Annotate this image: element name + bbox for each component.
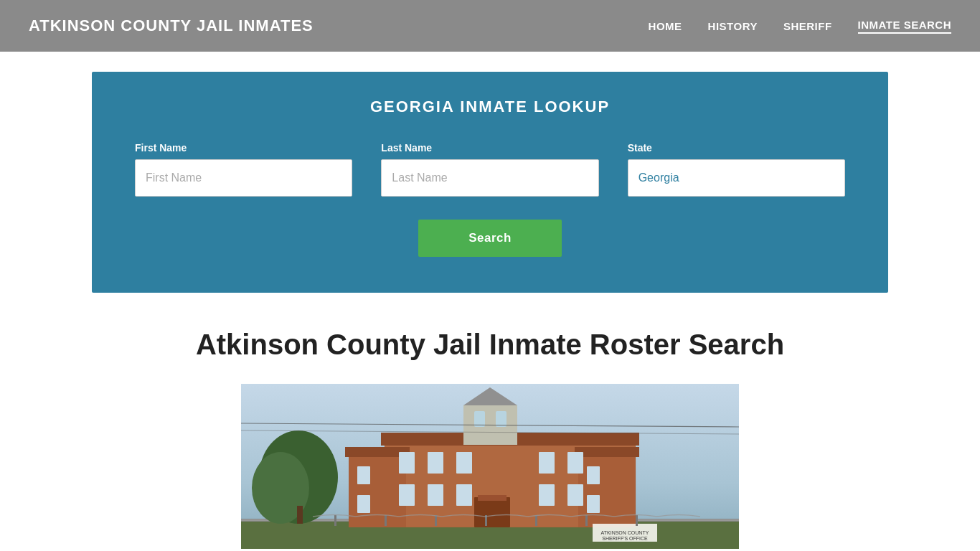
- search-form-row: First Name Last Name State: [135, 142, 845, 197]
- svg-rect-41: [435, 515, 437, 526]
- nav-history[interactable]: HISTORY: [708, 20, 758, 32]
- nav-home[interactable]: HOME: [649, 20, 682, 32]
- search-section: GEORGIA INMATE LOOKUP First Name Last Na…: [92, 72, 888, 293]
- state-label: State: [628, 142, 845, 154]
- svg-rect-19: [428, 452, 443, 474]
- svg-rect-40: [385, 515, 387, 526]
- svg-rect-13: [575, 447, 639, 457]
- main-content: Atkinson County Jail Inmate Roster Searc…: [0, 293, 980, 549]
- site-header: ATKINSON COUNTY JAIL INMATES HOME HISTOR…: [0, 0, 980, 52]
- svg-rect-6: [297, 506, 303, 524]
- nav-sheriff[interactable]: SHERIFF: [783, 20, 832, 32]
- svg-rect-45: [636, 515, 638, 526]
- last-name-group: Last Name: [381, 142, 598, 197]
- building-image: ATKINSON COUNTY SHERIFF'S OFFICE: [241, 384, 739, 549]
- site-title: ATKINSON COUNTY JAIL INMATES: [29, 17, 314, 35]
- state-group: State: [628, 142, 845, 197]
- svg-rect-44: [585, 515, 588, 526]
- svg-rect-22: [567, 452, 583, 474]
- main-heading: Atkinson County Jail Inmate Roster Searc…: [92, 329, 888, 361]
- sub-header-stripe: [0, 52, 980, 72]
- svg-rect-25: [456, 484, 472, 506]
- svg-rect-17: [496, 411, 507, 427]
- search-btn-row: Search: [135, 220, 845, 257]
- svg-rect-18: [399, 452, 415, 474]
- main-nav: HOME HISTORY SHERIFF INMATE SEARCH: [649, 19, 951, 34]
- svg-rect-21: [539, 452, 555, 474]
- svg-rect-29: [357, 495, 370, 513]
- svg-rect-43: [535, 515, 537, 526]
- svg-text:SHERIFF'S OFFICE: SHERIFF'S OFFICE: [602, 536, 648, 541]
- first-name-label: First Name: [135, 142, 352, 154]
- svg-text:ATKINSON COUNTY: ATKINSON COUNTY: [601, 530, 649, 535]
- nav-inmate-search[interactable]: INMATE SEARCH: [858, 19, 951, 34]
- svg-rect-39: [334, 515, 336, 526]
- svg-rect-26: [539, 484, 555, 506]
- svg-rect-20: [456, 452, 472, 474]
- svg-rect-30: [587, 466, 600, 484]
- search-heading: GEORGIA INMATE LOOKUP: [135, 98, 845, 116]
- svg-rect-16: [474, 411, 485, 427]
- last-name-label: Last Name: [381, 142, 598, 154]
- svg-rect-32: [474, 497, 510, 527]
- first-name-group: First Name: [135, 142, 352, 197]
- svg-rect-33: [478, 495, 507, 501]
- first-name-input[interactable]: [135, 159, 352, 197]
- last-name-input[interactable]: [381, 159, 598, 197]
- svg-rect-31: [587, 495, 600, 513]
- svg-rect-28: [357, 466, 370, 484]
- svg-rect-27: [567, 484, 583, 506]
- svg-rect-23: [399, 484, 415, 506]
- search-button[interactable]: Search: [418, 220, 562, 257]
- state-input[interactable]: [628, 159, 845, 197]
- svg-rect-24: [428, 484, 443, 506]
